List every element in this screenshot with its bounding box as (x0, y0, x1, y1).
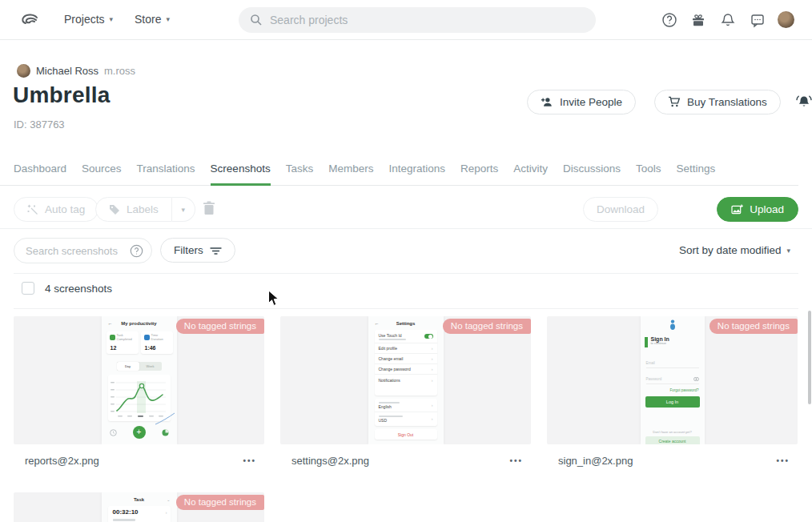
mouse-cursor (267, 290, 279, 307)
image-add-icon (731, 204, 743, 215)
screenshot-search-box[interactable] (14, 238, 152, 263)
magic-wand-icon (27, 204, 38, 215)
delete-trash-icon[interactable] (202, 201, 216, 217)
tab-members[interactable]: Members (328, 157, 373, 185)
chevron-down-icon: ▾ (786, 247, 790, 255)
login-button-label: Log In (645, 396, 700, 408)
sort-label: Sort by date modified (679, 244, 782, 256)
screenshot-filename: sign_in@2x.png (558, 455, 633, 467)
messages-icon[interactable] (750, 12, 766, 28)
page-title: Umbrella (13, 82, 110, 108)
app-logo-icon (669, 319, 677, 331)
owner-avatar (17, 64, 30, 78)
header-actions: Invite People Buy Translations (527, 90, 812, 114)
crowdin-logo-icon[interactable] (19, 10, 40, 30)
project-search-bar[interactable] (239, 7, 596, 33)
clock-icon (110, 429, 117, 436)
download-button[interactable]: Download (583, 197, 658, 222)
status-badge: No tagged strings (176, 319, 264, 334)
toggle-on-icon (424, 334, 433, 339)
labels-split-button: Labels ▾ (95, 197, 195, 222)
pie-chart-icon (162, 429, 169, 436)
card-menu-button[interactable]: ••• (509, 456, 523, 465)
screenshot-filename: reports@2x.png (25, 455, 99, 467)
nav-projects-label: Projects (64, 13, 105, 26)
labels-button[interactable]: Labels (95, 197, 172, 222)
tab-tasks[interactable]: Tasks (286, 157, 314, 185)
gift-icon[interactable] (690, 12, 706, 28)
sign-out-label: Sign Out (375, 429, 437, 440)
person-add-icon (541, 97, 553, 108)
project-owner-row: Michael Ross m.ross (17, 64, 135, 78)
user-avatar[interactable] (778, 11, 794, 28)
tab-dashboard[interactable]: Dashboard (14, 157, 66, 185)
screenshot-card-signin: Sign In to continue Email Password Forgo… (547, 316, 798, 467)
email-field: Email (646, 361, 699, 368)
check-icon (110, 335, 115, 340)
screenshot-search-input[interactable] (26, 245, 130, 257)
tab-discussions[interactable]: Discussions (563, 157, 621, 185)
tab-activity[interactable]: Activity (513, 157, 548, 185)
tab-reports[interactable]: Reports (460, 157, 498, 185)
tab-integrations[interactable]: Integrations (388, 157, 445, 185)
screenshot-thumbnail[interactable]: Task ⌄ 00:32:10 › No tagged strings (14, 492, 264, 522)
chevron-down-icon: ▾ (166, 15, 170, 23)
search-icon (250, 14, 263, 26)
card-menu-button[interactable]: ••• (776, 456, 790, 465)
tab-settings[interactable]: Settings (677, 157, 716, 185)
chevron-down-icon: ⌄ (167, 497, 170, 502)
task-timer: 00:32:10 (113, 508, 139, 516)
upload-button[interactable]: Upload (717, 197, 798, 222)
owner-username: m.ross (104, 65, 135, 77)
shopping-cart-icon (668, 96, 681, 108)
screenshot-card-settings: ← Settings Use Touch Id Edit profile› Ch… (280, 316, 531, 467)
help-circle-icon[interactable] (130, 244, 143, 258)
help-icon[interactable] (661, 12, 677, 28)
chevron-down-icon: ▾ (182, 206, 186, 214)
project-tabs: Dashboard Sources Translations Screensho… (0, 157, 798, 186)
tab-translations[interactable]: Translations (137, 157, 195, 185)
tab-screenshots[interactable]: Screenshots (211, 157, 271, 185)
buy-translations-button[interactable]: Buy Translations (654, 90, 781, 114)
screenshot-thumbnail[interactable]: ← My productivity Task Completed 12 Time… (14, 316, 264, 444)
create-account-label: Create account (645, 436, 700, 444)
thumb-title: Settings (368, 321, 444, 326)
tab-tools[interactable]: Tools (636, 157, 661, 185)
search-input[interactable] (270, 14, 585, 26)
screenshot-thumbnail[interactable]: Sign In to continue Email Password Forgo… (547, 316, 798, 444)
nav-store-menu[interactable]: Store ▾ (135, 13, 170, 26)
screenshot-count-label: 4 screenshots (45, 283, 112, 295)
auto-tag-button[interactable]: Auto tag (14, 197, 98, 222)
screenshots-toolbar: Auto tag Labels ▾ Download Upload (14, 197, 798, 223)
accent-bar (645, 337, 648, 347)
nav-store-label: Store (135, 13, 161, 26)
chevron-down-icon: ▾ (110, 15, 114, 23)
project-notifications-bell-icon[interactable] (795, 94, 812, 111)
buy-translations-label: Buy Translations (687, 96, 767, 108)
crowdin-project-page: Projects ▾ Store ▾ Michael Ross (0, 0, 812, 522)
tag-icon (109, 204, 120, 215)
select-all-row: 4 screenshots (22, 282, 112, 295)
screenshot-card-reports: ← My productivity Task Completed 12 Time… (14, 316, 264, 467)
labels-dropdown-button[interactable]: ▾ (172, 197, 195, 222)
labels-label: Labels (127, 203, 159, 215)
invite-people-button[interactable]: Invite People (527, 90, 636, 114)
card-menu-button[interactable]: ••• (243, 456, 256, 465)
nav-projects-menu[interactable]: Projects ▾ (64, 13, 113, 26)
top-navigation-bar: Projects ▾ Store ▾ (0, 0, 812, 40)
page-scrollbar[interactable] (808, 311, 811, 404)
screenshot-thumbnail[interactable]: ← Settings Use Touch Id Edit profile› Ch… (280, 316, 531, 444)
owner-name[interactable]: Michael Ross (36, 65, 98, 77)
status-badge: No tagged strings (176, 495, 264, 510)
select-all-checkbox[interactable] (22, 282, 34, 295)
download-label: Download (597, 203, 645, 215)
tab-sources[interactable]: Sources (82, 157, 122, 185)
filters-button[interactable]: Filters (160, 238, 235, 263)
notifications-bell-icon[interactable] (720, 12, 736, 28)
filter-lines-icon (210, 246, 222, 255)
thumb-title: My productivity (102, 321, 177, 326)
sort-dropdown[interactable]: Sort by date modified ▾ (679, 244, 790, 256)
clock-icon (144, 335, 150, 340)
filters-label: Filters (174, 244, 203, 256)
status-badge: No tagged strings (443, 319, 531, 334)
